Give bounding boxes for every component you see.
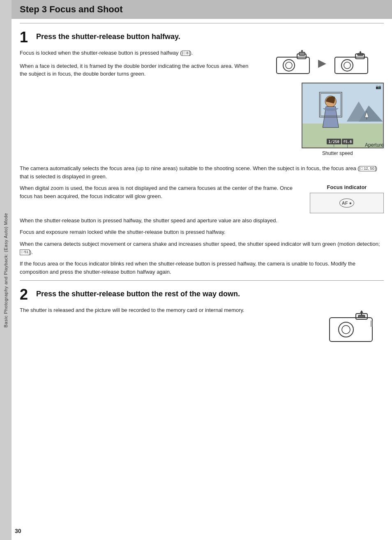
- focus-indicator-left: When digital zoom is used, the focus are…: [20, 184, 302, 213]
- step1-desc1: Focus is locked when the shutter-release…: [20, 49, 252, 57]
- step2-desc: The shutter is released and the picture …: [20, 306, 318, 314]
- af-indicator: AF ●: [339, 198, 354, 208]
- body5: When the camera detects subject movement…: [20, 240, 384, 256]
- step2-body: The shutter is released and the picture …: [20, 306, 384, 346]
- svg-point-1: [283, 60, 295, 71]
- svg-point-2: [286, 62, 292, 69]
- svg-point-30: [339, 322, 353, 337]
- step1-title: Press the shutter-release button halfway…: [36, 30, 180, 41]
- svg-point-31: [342, 325, 350, 334]
- step1-section: 1 Press the shutter-release button halfw…: [20, 23, 384, 276]
- step1-left: Focus is locked when the shutter-release…: [20, 49, 252, 164]
- step2-number: 2: [20, 287, 31, 302]
- viewfinder-wrap: 📷: [261, 83, 384, 164]
- body6: If the focus area or the focus indicator…: [20, 260, 384, 276]
- step1-right: ▶: [261, 49, 384, 164]
- focus-indicator-label: Focus indicator: [310, 184, 384, 190]
- sidebar: Basic Photography and Playback: (Easy Au…: [0, 0, 12, 540]
- camera-fullpress-svg: [326, 306, 376, 345]
- svg-point-8: [341, 60, 353, 71]
- body3: When the shutter-release button is press…: [20, 217, 384, 225]
- step1-header: 1 Press the shutter-release button halfw…: [20, 30, 384, 45]
- step1-desc2: When a face is detected, it is framed by…: [20, 62, 252, 78]
- shutter-diagram-top: ▶: [261, 49, 384, 77]
- viewfinder-svg: 1/250 f5.6: [302, 83, 384, 148]
- content-area: 1 Press the shutter-release button halfw…: [12, 23, 392, 346]
- focus-indicator-box: AF ●: [310, 193, 384, 213]
- svg-marker-35: [360, 310, 363, 313]
- step2-section: 2 Press the shutter-release button the r…: [20, 280, 384, 346]
- sidebar-label: Basic Photography and Playback: (Easy Au…: [3, 213, 8, 328]
- svg-text:f5.6: f5.6: [343, 140, 352, 144]
- body2: When digital zoom is used, the focus are…: [20, 184, 302, 201]
- svg-rect-33: [358, 315, 365, 318]
- step1-number: 1: [20, 30, 31, 45]
- shutter-speed-label: Shutter speed: [322, 150, 353, 156]
- viewfinder-labels: Shutter speed Aperture: [302, 150, 384, 164]
- svg-marker-13: [359, 51, 362, 53]
- camera-vf-icon: 📷: [376, 84, 381, 90]
- arrow-icon: ▶: [318, 57, 326, 69]
- svg-rect-29: [330, 318, 372, 342]
- camera-halfway-icon: [274, 49, 311, 77]
- main-content: Step 3 Focus and Shoot 1 Press the shutt…: [12, 0, 392, 363]
- camera-fullpress-icon: [333, 49, 370, 77]
- svg-rect-0: [277, 57, 309, 74]
- svg-rect-7: [335, 57, 368, 74]
- svg-rect-11: [357, 53, 363, 55]
- step2-title: Press the shutter-release button the res…: [36, 287, 240, 298]
- focus-indicator-section: When digital zoom is used, the focus are…: [20, 184, 384, 213]
- svg-rect-4: [299, 52, 305, 55]
- page-title: Step 3 Focus and Shoot: [20, 4, 384, 15]
- body1: The camera automatically selects the foc…: [20, 164, 384, 181]
- body4: Focus and exposure remain locked while t…: [20, 228, 384, 236]
- svg-point-9: [344, 62, 350, 69]
- svg-text:1/250: 1/250: [328, 140, 339, 144]
- focus-indicator-right: Focus indicator AF ●: [310, 184, 384, 213]
- aperture-label: Aperture: [365, 142, 384, 148]
- step1-body: Focus is locked when the shutter-release…: [20, 49, 384, 164]
- page-number: 30: [15, 528, 21, 534]
- step2-header: 2 Press the shutter-release button the r…: [20, 287, 384, 302]
- step2-right: [326, 306, 384, 346]
- svg-marker-6: [301, 50, 303, 51]
- page-header: Step 3 Focus and Shoot: [12, 0, 392, 19]
- step2-left: The shutter is released and the picture …: [20, 306, 318, 346]
